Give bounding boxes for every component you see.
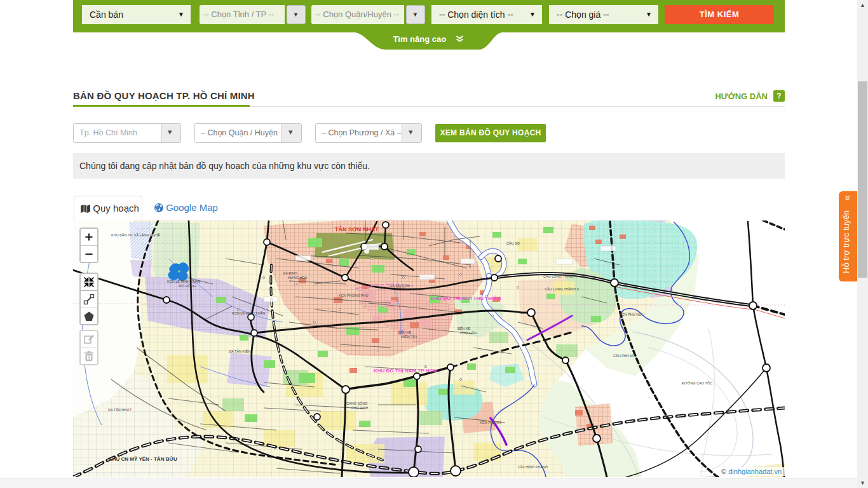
svg-text:GA TÂN KIÊN: GA TÂN KIÊN [229,349,250,353]
svg-text:CẦU LONG THÀNH I: CẦU LONG THÀNH I [543,274,577,278]
svg-text:CẦU SG: CẦU SG [506,241,520,245]
svg-text:KCN PHONG PHÚ: KCN PHONG PHÚ [339,294,368,297]
svg-text:TÂN SƠN NHẤT: TÂN SƠN NHẤT [335,226,379,233]
svg-text:KHU ĐÔ THỊ NAM TP HCM: KHU ĐÔ THỊ NAM TP HCM [374,368,437,374]
svg-text:KCN PHÚ MỸ: KCN PHÚ MỸ [480,421,502,424]
svg-text:KHU CN MỸ YÊN - TÂN BỬU: KHU CN MỸ YÊN - TÂN BỬU [109,456,177,462]
svg-text:CẦU BÌNH KHÁNH: CẦU BÌNH KHÁNH [518,465,548,469]
svg-text:DA TÂN NHỰT: DA TÂN NHỰT [108,408,132,412]
svg-text:KHU DÂN TƯ XÃ LÀNG NGHỀ: KHU DÂN TƯ XÃ LÀNG NGHỀ [111,233,160,237]
svg-text:ĐƯỜNG CAO TỐC: ĐƯỜNG CAO TỐC [682,381,712,385]
svg-text:KCN PHÚ HỮU: KCN PHÚ HỮU [620,313,644,316]
svg-text:CẦU LONG THÀNH II: CẦU LONG THÀNH II [545,287,579,291]
svg-text:KCN LÊ MINH XUÂN: KCN LÊ MINH XUÂN [232,311,265,315]
svg-text:GA SÀI GÒN: GA SÀI GÒN [390,284,410,288]
svg-text:CẦU PHÚ MỸ: CẦU PHÚ MỸ [613,354,635,358]
svg-text:KHU ĐÔ THỊ MỚI THỦ THIÊM: KHU ĐÔ THỊ MỚI THỦ THIÊM [431,295,501,301]
